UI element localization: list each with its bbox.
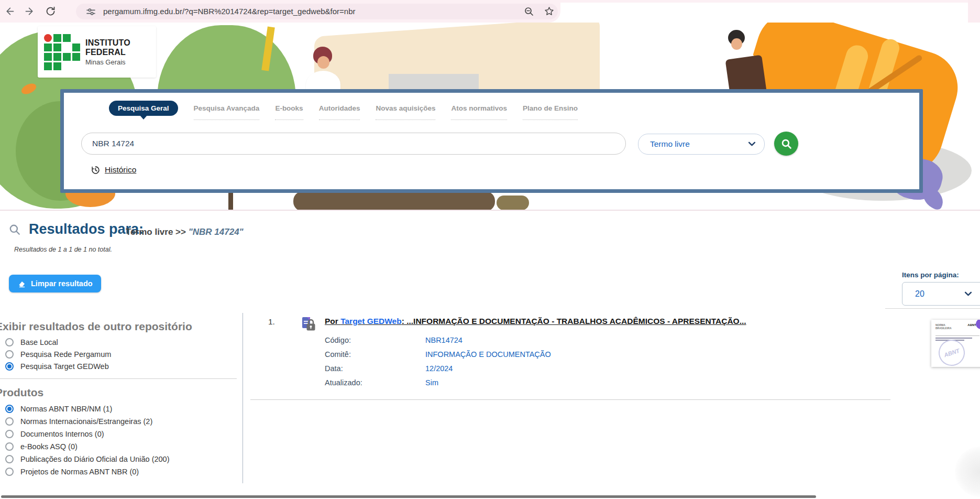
- tab-autoridades[interactable]: Autoridades: [319, 104, 360, 120]
- field-label: Código:: [325, 336, 351, 344]
- document-lock-icon: [302, 317, 316, 332]
- history-link[interactable]: Histórico: [91, 165, 136, 175]
- field-label: Atualizado:: [325, 378, 362, 387]
- items-per-page-select[interactable]: 20: [902, 282, 980, 306]
- radio-icon[interactable]: [5, 455, 14, 463]
- product-option-ebooks-asq[interactable]: e-Books ASQ (0): [5, 442, 78, 451]
- result-divider: [250, 399, 890, 400]
- radio-icon[interactable]: [5, 350, 14, 359]
- field-value: INFORMAÇÃO E DOCUMENTAÇÃO: [425, 350, 551, 359]
- history-label: Histórico: [105, 165, 136, 175]
- items-per-page-divider: [885, 308, 980, 309]
- radio-icon-checked[interactable]: [5, 405, 14, 413]
- product-option-normas-internacionais[interactable]: Normas Internacionais/Estrangeiras (2): [5, 417, 152, 426]
- search-type-value: Termo livre: [650, 139, 690, 149]
- repo-option-base-local[interactable]: Base Local: [5, 338, 58, 346]
- olive-accent-shape: [497, 196, 529, 210]
- results-search-icon: [8, 223, 21, 236]
- repo-option-target-gedweb[interactable]: Pesquisa Target GEDWeb: [5, 362, 109, 371]
- ifmg-logo-icon: [44, 34, 80, 70]
- tab-pesquisa-avancada[interactable]: Pesquisa Avançada: [194, 104, 260, 120]
- site-settings-icon[interactable]: [86, 7, 95, 16]
- repo-heading: Exibir resultados de outro repositório: [0, 320, 192, 333]
- radio-icon-checked[interactable]: [5, 362, 14, 371]
- thumbnail-badge: [976, 320, 980, 329]
- field-value: Sim: [425, 378, 438, 387]
- search-tabs: Pesquisa Geral Pesquisa Avançada E-books…: [109, 104, 578, 120]
- product-option-label: Normas ABNT NBR/NM (1): [20, 405, 112, 413]
- product-option-projetos-normas[interactable]: Projetos de Normas ABNT NBR (0): [5, 468, 139, 476]
- radio-icon[interactable]: [5, 338, 14, 346]
- search-button[interactable]: [774, 132, 798, 156]
- result-title-prefix: Por: [325, 317, 340, 326]
- back-icon[interactable]: [4, 6, 15, 17]
- radio-icon[interactable]: [5, 417, 14, 426]
- results-subtitle: Termo livre >> "NBR 14724": [126, 227, 244, 237]
- product-option-label: Normas Internacionais/Estrangeiras (2): [20, 417, 152, 426]
- tab-atos-normativos[interactable]: Atos normativos: [451, 104, 507, 120]
- thumbnail-title-bar: [935, 338, 972, 339]
- result-thumbnail[interactable]: NORMA BRASILEIRA ABNT ABNT: [931, 320, 980, 367]
- radio-icon[interactable]: [5, 430, 14, 438]
- search-input[interactable]: [81, 133, 626, 155]
- results-query: "NBR 14724": [189, 227, 244, 237]
- thumbnail-header-left: NORMA BRASILEIRA: [935, 323, 952, 330]
- search-panel: Pesquisa Geral Pesquisa Avançada E-books…: [60, 89, 923, 193]
- product-option-normas-abnt[interactable]: Normas ABNT NBR/NM (1): [5, 405, 112, 413]
- logo-title: INSTITUTO FEDERAL: [85, 38, 156, 57]
- tab-pesquisa-geral[interactable]: Pesquisa Geral: [109, 101, 178, 116]
- clear-results-button[interactable]: Limpar resultado: [9, 275, 101, 292]
- product-option-label: Publicações do Diário Oficial da União (…: [20, 455, 170, 463]
- history-icon: [91, 166, 100, 175]
- forward-icon[interactable]: [24, 6, 35, 17]
- thumbnail-abnt-watermark: ABNT: [935, 336, 968, 367]
- clear-results-label: Limpar resultado: [31, 279, 93, 288]
- zoom-out-icon[interactable]: [524, 6, 534, 17]
- chevron-down-icon: [964, 291, 972, 297]
- result-title-source: Target GEDWeb: [340, 317, 402, 326]
- ifmg-logo-card: INSTITUTO FEDERAL Minas Gerais: [38, 26, 156, 78]
- eraser-icon: [17, 280, 26, 288]
- results-subtitle-prefix: Termo livre >>: [126, 227, 189, 237]
- items-per-page-value: 20: [915, 289, 924, 299]
- url-text[interactable]: pergamum.ifmg.edu.br/?q=NBR%2014724&rep=…: [103, 7, 356, 16]
- search-type-select[interactable]: Termo livre: [638, 134, 765, 155]
- tab-ebooks[interactable]: E-books: [275, 104, 303, 120]
- repo-option-rede-pergamum[interactable]: Pesquisa Rede Pergamum: [5, 350, 111, 359]
- chevron-down-icon: [748, 141, 756, 147]
- product-option-documentos-internos[interactable]: Documentos Internos (0): [5, 430, 104, 438]
- result-title-link[interactable]: Por Target GEDWeb: ...INFORMAÇÃO E DOCUM…: [325, 317, 746, 326]
- repo-option-label: Base Local: [20, 338, 58, 346]
- person1-face: [317, 56, 329, 69]
- radio-icon[interactable]: [5, 468, 14, 476]
- sidebar-results-divider: [243, 313, 243, 483]
- field-label: Comitê:: [325, 350, 351, 359]
- repo-option-label: Pesquisa Rede Pergamum: [20, 350, 111, 359]
- field-label: Data:: [325, 364, 343, 373]
- reload-icon[interactable]: [45, 6, 56, 17]
- product-option-diario-oficial[interactable]: Publicações do Diário Oficial da União (…: [5, 455, 170, 463]
- items-per-page-label: Itens por página:: [902, 271, 959, 279]
- field-value: 12/2024: [425, 364, 453, 373]
- tab-plano-de-ensino[interactable]: Plano de Ensino: [523, 104, 578, 120]
- result-index: 1.: [268, 317, 275, 327]
- horizontal-scrollbar-thumb[interactable]: [1, 495, 816, 498]
- logo-subtitle: Minas Gerais: [85, 58, 156, 66]
- browser-toolbar: pergamum.ifmg.edu.br/?q=NBR%2014724&rep=…: [0, 0, 560, 23]
- person2-face: [731, 38, 742, 50]
- tab-novas-aquisicoes[interactable]: Novas aquisições: [376, 104, 435, 120]
- thumbnail-header-right: ABNT: [967, 323, 976, 327]
- products-heading: Produtos: [0, 386, 43, 399]
- field-value: NBR14724: [425, 336, 463, 344]
- product-option-label: Projetos de Normas ABNT NBR (0): [20, 468, 139, 476]
- scroll-top-button[interactable]: [955, 447, 980, 497]
- result-title-text: : ...INFORMAÇÃO E DOCUMENTAÇÃO - TRABALH…: [402, 317, 746, 326]
- search-icon: [780, 138, 792, 150]
- product-option-label: e-Books ASQ (0): [20, 442, 78, 451]
- radio-icon[interactable]: [5, 442, 14, 451]
- banner-divider: [0, 210, 980, 211]
- steps-shape-1: [389, 74, 479, 90]
- bookmark-star-icon[interactable]: [544, 6, 555, 17]
- repo-option-label: Pesquisa Target GEDWeb: [20, 362, 109, 371]
- thumbnail-rule: [935, 335, 979, 336]
